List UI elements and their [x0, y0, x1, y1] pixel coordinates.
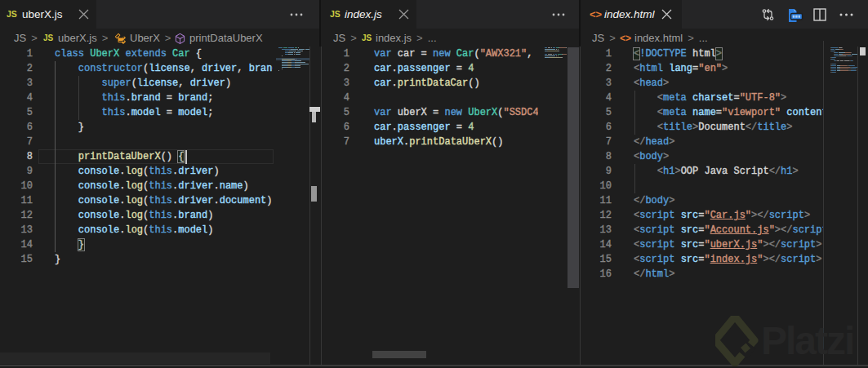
svg-text:Platzi: Platzi [761, 319, 853, 362]
